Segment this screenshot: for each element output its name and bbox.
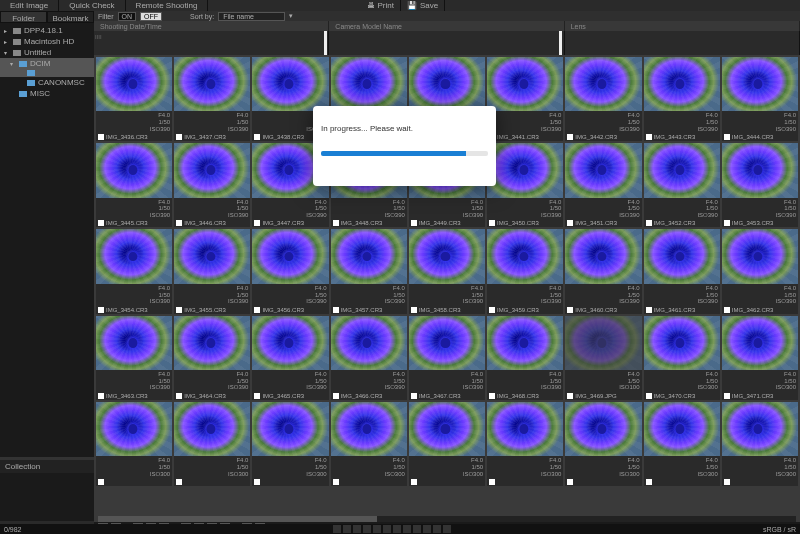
checkbox-icon[interactable] <box>98 220 104 226</box>
thumbnail[interactable]: F4.01/50ISO300 <box>331 402 407 486</box>
checkbox-icon[interactable] <box>724 479 730 485</box>
thumbnail[interactable]: F4.01/50ISO390IMG_3464.CR3 <box>174 316 250 400</box>
checkbox-icon[interactable] <box>176 307 182 313</box>
checkbox-icon[interactable] <box>646 393 652 399</box>
tab-bookmark[interactable]: Bookmark <box>47 11 94 23</box>
quick-check-button[interactable]: Quick Check <box>59 0 125 11</box>
thumbnail[interactable]: F4.01/50ISO300 <box>722 402 798 486</box>
tree-item[interactable]: ▸DPP4.18.1 <box>0 25 94 36</box>
thumbnail[interactable]: F4.01/50ISO390IMG_3458.CR3 <box>409 229 485 313</box>
thumbnail[interactable]: F4.01/50ISO300 <box>644 402 720 486</box>
thumbnail[interactable]: F4.01/50ISO300 <box>252 402 328 486</box>
thumbnail[interactable]: F4.01/50ISO300IMG_3470.CR3 <box>644 316 720 400</box>
thumbnail[interactable]: F4.01/50ISO300IMG_3471.CR3 <box>722 316 798 400</box>
sort-col-camera[interactable]: Camera Model Name <box>329 21 564 31</box>
checkbox-icon[interactable] <box>411 393 417 399</box>
checkbox-icon[interactable] <box>98 479 104 485</box>
checkbox-icon[interactable] <box>333 220 339 226</box>
checkbox-icon[interactable] <box>98 307 104 313</box>
checkbox-icon[interactable] <box>176 220 182 226</box>
tree-item[interactable]: MISC <box>0 88 94 99</box>
thumbnail[interactable]: F4.01/50ISO390IMG_3466.CR3 <box>331 316 407 400</box>
checkbox-icon[interactable] <box>646 220 652 226</box>
thumbnail[interactable]: F4.01/50ISO390IMG_3437.CR3 <box>174 57 250 141</box>
checkbox-icon[interactable] <box>254 393 260 399</box>
thumbnail[interactable]: F4.01/50ISO390IMG_3467.CR3 <box>409 316 485 400</box>
filter-on-toggle[interactable]: ON <box>118 12 137 21</box>
thumbnail[interactable]: F4.01/50ISO300 <box>565 402 641 486</box>
checkbox-icon[interactable] <box>98 134 104 140</box>
checkbox-icon[interactable] <box>411 479 417 485</box>
thumbnail[interactable]: F4.01/50ISO390IMG_3446.CR3 <box>174 143 250 227</box>
thumbnail[interactable]: F4.01/50ISO390IMG_3451.CR3 <box>565 143 641 227</box>
checkbox-icon[interactable] <box>567 220 573 226</box>
thumbnail[interactable]: F4.01/50ISO300 <box>409 402 485 486</box>
thumbnail[interactable]: F4.01/50ISO390IMG_3445.CR3 <box>96 143 172 227</box>
checkbox-icon[interactable] <box>567 134 573 140</box>
checkbox-icon[interactable] <box>567 307 573 313</box>
edit-image-button[interactable]: Edit Image <box>0 0 59 11</box>
thumbnail[interactable]: F4.01/50ISO390IMG_3455.CR3 <box>174 229 250 313</box>
thumbnail[interactable]: F4.01/50ISO390IMG_3459.CR3 <box>487 229 563 313</box>
checkbox-icon[interactable] <box>646 134 652 140</box>
thumbnail[interactable]: F4.01/50ISO100IMG_3469.JPG <box>565 316 641 400</box>
tree-item[interactable] <box>0 69 94 77</box>
thumbnail[interactable]: F4.01/50ISO390IMG_3468.CR3 <box>487 316 563 400</box>
thumbnail[interactable]: F4.01/50ISO390IMG_3462.CR3 <box>722 229 798 313</box>
thumbnail[interactable]: F4.01/50ISO390IMG_3456.CR3 <box>252 229 328 313</box>
thumbnail[interactable]: F4.01/50ISO390IMG_3463.CR3 <box>96 316 172 400</box>
thumbnail[interactable]: F4.01/50ISO390IMG_3453.CR3 <box>722 143 798 227</box>
thumbnail[interactable]: F4.01/50ISO390IMG_3460.CR3 <box>565 229 641 313</box>
checkbox-icon[interactable] <box>333 479 339 485</box>
thumbnail[interactable]: F4.01/50ISO390IMG_3454.CR3 <box>96 229 172 313</box>
checkbox-icon[interactable] <box>567 479 573 485</box>
thumbnail[interactable]: F4.01/50ISO390IMG_3452.CR3 <box>644 143 720 227</box>
checkbox-icon[interactable] <box>411 307 417 313</box>
checkbox-icon[interactable] <box>254 134 260 140</box>
checkbox-icon[interactable] <box>489 220 495 226</box>
thumbnail[interactable]: F4.01/50ISO390IMG_3457.CR3 <box>331 229 407 313</box>
thumbnail[interactable]: F4.01/50ISO390IMG_3442.CR3 <box>565 57 641 141</box>
checkbox-icon[interactable] <box>411 220 417 226</box>
checkbox-icon[interactable] <box>176 393 182 399</box>
sort-col-date[interactable]: Shooting Date/Time <box>94 21 329 31</box>
print-button[interactable]: 🖶Print <box>361 0 401 11</box>
checkbox-icon[interactable] <box>724 220 730 226</box>
checkbox-icon[interactable] <box>254 220 260 226</box>
thumbnail[interactable]: F4.01/50ISO390IMG_3450.CR3 <box>487 143 563 227</box>
filter-off-toggle[interactable]: OFF <box>140 12 162 21</box>
thumbnail[interactable]: F4.01/50ISO390IMG_3461.CR3 <box>644 229 720 313</box>
checkbox-icon[interactable] <box>646 479 652 485</box>
checkbox-icon[interactable] <box>176 479 182 485</box>
checkbox-icon[interactable] <box>98 393 104 399</box>
checkbox-icon[interactable] <box>724 134 730 140</box>
thumbnail[interactable]: F4.01/50ISO300 <box>487 402 563 486</box>
thumbnail[interactable]: F4.01/50ISO300 <box>96 402 172 486</box>
tree-item[interactable]: CANONMSC <box>0 77 94 88</box>
checkbox-icon[interactable] <box>489 307 495 313</box>
sort-col-lens[interactable]: Lens <box>565 21 800 31</box>
tree-item[interactable]: ▾DCIM <box>0 58 94 69</box>
thumbnail[interactable]: F4.01/50ISO390IMG_3443.CR3 <box>644 57 720 141</box>
thumbnail[interactable]: F4.01/50ISO390IMG_3436.CR3 <box>96 57 172 141</box>
thumbnail[interactable]: F4.01/50ISO390IMG_3444.CR3 <box>722 57 798 141</box>
thumbnail[interactable]: F4.01/50ISO300 <box>174 402 250 486</box>
tab-folder[interactable]: Folder <box>0 11 47 23</box>
checkbox-icon[interactable] <box>567 393 573 399</box>
remote-shooting-button[interactable]: Remote Shooting <box>126 0 209 11</box>
checkbox-icon[interactable] <box>254 307 260 313</box>
save-button[interactable]: 💾Save <box>401 0 445 11</box>
checkbox-icon[interactable] <box>333 393 339 399</box>
checkbox-icon[interactable] <box>489 393 495 399</box>
tree-item[interactable]: ▸Macintosh HD <box>0 36 94 47</box>
checkbox-icon[interactable] <box>724 393 730 399</box>
sort-dropdown[interactable]: File name <box>218 12 285 21</box>
checkbox-icon[interactable] <box>254 479 260 485</box>
tree-item[interactable]: ▾Untitled <box>0 47 94 58</box>
checkbox-icon[interactable] <box>724 307 730 313</box>
checkbox-icon[interactable] <box>646 307 652 313</box>
checkbox-icon[interactable] <box>176 134 182 140</box>
thumbnail[interactable]: F4.01/50ISO390IMG_3465.CR3 <box>252 316 328 400</box>
sort-dropdown-arrow-icon[interactable]: ▾ <box>289 12 293 20</box>
thumbnail[interactable]: F4.01/50ISO390IMG_3441.CR3 <box>487 57 563 141</box>
